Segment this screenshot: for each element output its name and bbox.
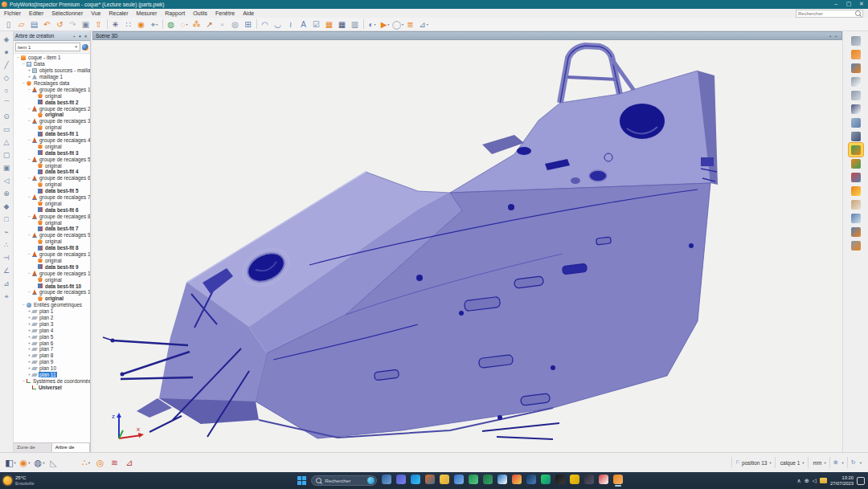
- feature-sphere-icon[interactable]: ◈: [1, 33, 13, 46]
- zoom-history-icon[interactable]: [849, 88, 863, 102]
- tree-expander[interactable]: −: [27, 271, 32, 276]
- tree-expander[interactable]: −: [27, 175, 32, 181]
- tree-row[interactable]: − groupe de recalages 12: [14, 289, 90, 295]
- taskbar-app-camera[interactable]: [468, 475, 478, 487]
- taskbar-app-polyworks[interactable]: [612, 475, 623, 487]
- taskbar-search[interactable]: Rechercher: [311, 475, 377, 486]
- import-icon[interactable]: ⇧: [92, 18, 105, 31]
- path-probe-icon[interactable]: ≋: [108, 455, 122, 470]
- context-help-icon[interactable]: [82, 44, 88, 51]
- taskbar-app-teamviewer[interactable]: [497, 475, 507, 487]
- tree-row[interactable]: − coque - item 1: [14, 55, 90, 61]
- gear-set-icon[interactable]: ⌖: [1, 290, 13, 303]
- probe-shield-icon[interactable]: ◉: [135, 18, 148, 31]
- tree-expander[interactable]: −: [27, 214, 32, 219]
- hand-pick-icon[interactable]: [849, 198, 863, 211]
- cylinder-icon[interactable]: ▣: [1, 161, 13, 174]
- profile-gauge-icon[interactable]: ⊿: [1, 277, 13, 290]
- play-icon[interactable]: ▶ ▾: [379, 18, 391, 31]
- record-icon[interactable]: ◯ ▾: [391, 18, 404, 31]
- bench-icon[interactable]: ◺: [47, 455, 61, 470]
- tree-expander[interactable]: −: [21, 80, 27, 86]
- tree-expander[interactable]: −: [27, 87, 32, 92]
- menu-outils[interactable]: Outils: [189, 10, 211, 16]
- line-icon[interactable]: ╱: [1, 59, 13, 71]
- digitize-points-icon[interactable]: ✳: [109, 18, 122, 31]
- tree-row[interactable]: + objets sources - maillage 1: [14, 67, 90, 74]
- tree-row[interactable]: − groupe de recalages 4: [14, 137, 90, 144]
- tree-row[interactable]: data best-fit 5: [14, 188, 90, 194]
- model-3d[interactable]: z x: [92, 40, 842, 452]
- tree-expander[interactable]: −: [27, 118, 32, 124]
- surface-icon[interactable]: ◠: [259, 18, 272, 31]
- rectangle-icon[interactable]: ▭: [1, 123, 13, 136]
- gauge-icon[interactable]: ◡: [272, 18, 285, 31]
- redo-icon[interactable]: ↷: [67, 18, 80, 31]
- taskbar-app-pinwheel[interactable]: [598, 475, 608, 487]
- tree-row[interactable]: + plan 4: [14, 327, 90, 333]
- tree-row[interactable]: original: [14, 143, 90, 149]
- notifications-icon[interactable]: [857, 477, 865, 485]
- viewport-pin-icon[interactable]: ▪: [828, 34, 833, 39]
- tree-row[interactable]: − Recalages data: [14, 80, 90, 87]
- tree-row[interactable]: data best-fit 4: [14, 169, 90, 175]
- menu-rapport[interactable]: Rapport: [161, 10, 189, 16]
- gear-tool-icon[interactable]: [849, 238, 863, 252]
- checklist-icon[interactable]: ☑: [310, 18, 323, 31]
- deviation-spray-icon[interactable]: [849, 157, 863, 170]
- tree-row[interactable]: + plan 9: [14, 359, 90, 365]
- cube-icon[interactable]: □: [1, 213, 13, 226]
- view-cube-icon[interactable]: [849, 116, 863, 129]
- visibility-eye-icon[interactable]: [849, 102, 863, 116]
- deviation-spray-icon[interactable]: ⁂: [190, 18, 203, 31]
- tree-expander[interactable]: −: [21, 61, 27, 67]
- tree-row[interactable]: original: [14, 295, 90, 302]
- taskbar-app-remote[interactable]: [424, 475, 435, 487]
- taskbar-app-teams[interactable]: [395, 475, 406, 487]
- circle-icon[interactable]: ○: [1, 84, 13, 97]
- cluster-points-icon[interactable]: ∴ ▾: [79, 455, 93, 470]
- tree-row[interactable]: original: [14, 258, 90, 264]
- tree-row[interactable]: − groupe de recalages 8: [14, 213, 90, 219]
- annotation-flag-icon[interactable]: [849, 184, 863, 198]
- tab-zone-de-dialogue[interactable]: Zone de dialogue: [14, 443, 52, 452]
- tree-row[interactable]: original: [14, 92, 90, 99]
- tree-row[interactable]: data best-fit 3: [14, 149, 90, 156]
- capture-viewport-icon[interactable]: [849, 129, 863, 143]
- mesh-edit-icon[interactable]: [849, 225, 863, 238]
- pan-icon[interactable]: [849, 34, 863, 47]
- arc-icon[interactable]: ⌒: [1, 97, 13, 110]
- capture-frame-icon[interactable]: ▣: [80, 18, 92, 31]
- tree-row[interactable]: − groupe de recalages 2: [14, 105, 90, 112]
- panel-menu-icon[interactable]: ▾: [77, 34, 83, 39]
- viewport-close-icon[interactable]: ▪: [833, 34, 839, 39]
- report-table-icon[interactable]: ▦: [323, 18, 336, 31]
- macro-icon[interactable]: ◐ ▾: [366, 18, 379, 31]
- tree-expander[interactable]: +: [27, 67, 32, 73]
- taskbar-app-folder[interactable]: [439, 475, 449, 487]
- tray-clock[interactable]: 13:20 27/07/2023: [830, 475, 854, 486]
- colormap-icon[interactable]: [849, 143, 863, 157]
- cmm-arm-icon[interactable]: ≀: [285, 18, 297, 31]
- align-stamp-icon[interactable]: [849, 61, 863, 75]
- tab-arbre-de-creation[interactable]: Arbre de création: [52, 443, 90, 452]
- move-mode-button[interactable]: ⊕ ▾: [829, 457, 847, 468]
- distribution-icon[interactable]: ∴: [1, 238, 13, 251]
- tree-row[interactable]: + plan 11: [14, 372, 90, 378]
- network-icon[interactable]: ⊕: [805, 478, 809, 484]
- tree-row[interactable]: + plan 6: [14, 340, 90, 346]
- path-stage-icon[interactable]: ⊿: [122, 455, 137, 470]
- tree-row[interactable]: original: [14, 219, 90, 226]
- plane-icon[interactable]: ◇: [1, 71, 13, 84]
- new-file-icon[interactable]: ▯: [2, 18, 15, 31]
- tree-expander[interactable]: −: [27, 232, 32, 238]
- tree-row[interactable]: − Data: [14, 61, 90, 67]
- tree-row[interactable]: − groupe de recalages 7: [14, 194, 90, 201]
- tree-row[interactable]: original: [14, 181, 90, 188]
- snapshot-camera-icon[interactable]: ▥: [349, 18, 362, 31]
- tree-expander[interactable]: −: [27, 194, 32, 200]
- tree-row[interactable]: original: [14, 112, 90, 118]
- refresh-button[interactable]: ↻ ▾: [847, 457, 865, 468]
- menu-aide[interactable]: Aide: [239, 10, 258, 16]
- minimize-button[interactable]: –: [829, 0, 842, 9]
